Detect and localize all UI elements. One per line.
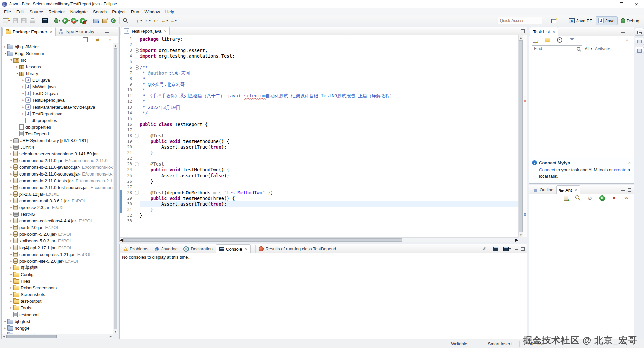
new-package-button[interactable]	[100, 17, 109, 25]
expand-arrow-icon[interactable]: ▸	[9, 159, 13, 162]
console-tab-declaration[interactable]: Declaration	[180, 245, 216, 253]
expand-arrow-icon[interactable]: ▸	[9, 212, 13, 216]
tree-item[interactable]: ▸commons-io-2.11.0-test-sources.jar - E:…	[2, 184, 113, 191]
menu-run[interactable]: Run	[128, 8, 142, 15]
tab-type-hierarchy[interactable]: Type Hierarchy	[56, 27, 97, 36]
expand-arrow-icon[interactable]: ▸	[3, 320, 7, 323]
menu-file[interactable]: File	[1, 8, 14, 15]
last-edit-location-button[interactable]	[151, 17, 160, 25]
code-line[interactable]: 33	[120, 218, 518, 224]
scroll-up-icon[interactable]: ▲	[520, 35, 522, 40]
package-explorer-vertical-scrollbar[interactable]: ▲ ▼	[113, 43, 118, 334]
tree-item[interactable]: ▸bjhg_JMeter	[2, 43, 113, 50]
scrollbar-thumb[interactable]	[114, 48, 117, 329]
tree-item[interactable]: db.properties	[2, 117, 113, 124]
tab-outline[interactable]: Outline	[530, 186, 556, 194]
fold-marker-icon[interactable]: −	[135, 65, 139, 70]
fold-marker-icon[interactable]: −	[135, 191, 139, 195]
next-annotation-button[interactable]: ▾	[134, 17, 143, 25]
expand-arrow-icon[interactable]: ▸	[9, 286, 13, 289]
code-line[interactable]: 10 *	[120, 87, 518, 93]
close-tab-icon[interactable]: ×	[575, 188, 577, 193]
console-tab-results-of-running-class-testdepend[interactable]: Results of running class TestDepend	[255, 245, 339, 253]
code-line[interactable]: 31 }	[120, 207, 518, 213]
spelling-marker[interactable]	[524, 100, 526, 102]
maximize-view-icon[interactable]	[628, 30, 631, 33]
scrollbar-thumb[interactable]	[6, 335, 57, 338]
tree-item[interactable]: ▸MyWait.java	[2, 83, 113, 90]
menu-source[interactable]: Source	[26, 8, 46, 15]
quick-access-input[interactable]	[498, 17, 542, 24]
tree-item[interactable]: ▸opencsv-2.3.jar - E:\JXL	[2, 204, 113, 211]
open-terminal-button[interactable]	[41, 17, 49, 25]
minimized-view-button-2[interactable]	[635, 47, 644, 54]
code-line[interactable]: 7 * @author 北京-宏哥	[120, 70, 518, 76]
minimize-view-icon[interactable]	[105, 30, 109, 33]
print-button[interactable]	[28, 17, 37, 25]
tree-item[interactable]: ▸TestDDT.java	[2, 90, 113, 97]
code-line[interactable]: 21 }	[120, 150, 518, 156]
perspective-java[interactable]: Java	[596, 16, 617, 25]
minimize-window-button[interactable]	[599, 0, 614, 8]
editor-tab-testreport[interactable]: TestReport.java ×	[121, 27, 170, 35]
scroll-left-icon[interactable]: ◀	[2, 334, 6, 339]
tree-item[interactable]: ▸JUnit 4	[2, 144, 113, 150]
tree-item[interactable]: ▸Files	[2, 278, 113, 284]
tree-item[interactable]: ▸bjhgtest	[2, 318, 113, 325]
new-button[interactable]: ▾	[2, 17, 11, 25]
search-button[interactable]	[121, 17, 130, 25]
collapse-all-button[interactable]	[81, 36, 90, 44]
tree-item[interactable]: ▸commons-math3-3.6.1.jar - E:\POI	[2, 197, 113, 204]
code-line[interactable]: 30 Assert.assertTrue(true);	[120, 201, 518, 207]
scroll-down-icon[interactable]: ▼	[520, 233, 522, 237]
menu-project[interactable]: Project	[109, 8, 128, 15]
new-java-project-button[interactable]	[92, 17, 100, 25]
tree-item[interactable]: ▸poi-ooxml-lite-5.2.0.jar - E:\POI	[2, 258, 113, 264]
scrollbar-thumb[interactable]	[519, 40, 523, 232]
tree-item[interactable]: ▸屏幕截图	[2, 264, 113, 271]
tree-item[interactable]: ▸commons-compress-1.21.jar - E:\POI	[2, 251, 113, 258]
hide-internal-targets-button[interactable]	[586, 194, 594, 202]
tree-item[interactable]: ▸hongge	[2, 325, 113, 331]
run-target-button[interactable]	[598, 194, 606, 202]
tree-item[interactable]: ▸TestParameterDataProvider.java	[2, 103, 113, 110]
minimized-view-button-1[interactable]	[635, 38, 644, 45]
fold-marker-icon[interactable]: −	[135, 162, 139, 166]
expand-arrow-icon[interactable]: ▸	[9, 279, 13, 283]
menu-help[interactable]: Help	[163, 8, 177, 15]
code-line[interactable]: 1package library;	[120, 36, 518, 42]
tree-item[interactable]: db.properties	[2, 124, 113, 130]
maximize-window-button[interactable]	[614, 0, 629, 8]
package-explorer-horizontal-scrollbar[interactable]: ◀ ▶	[2, 334, 113, 339]
connect-link[interactable]: Connect	[539, 167, 555, 172]
expand-arrow-icon[interactable]: ▸	[9, 145, 13, 149]
save-button[interactable]	[11, 17, 19, 25]
tree-item[interactable]: ▸Tools	[2, 304, 113, 311]
expand-arrow-icon[interactable]: ▸	[9, 232, 13, 236]
expand-arrow-icon[interactable]: ▸	[9, 253, 13, 256]
expand-arrow-icon[interactable]: ▸	[9, 246, 13, 249]
tree-item[interactable]: ▸xmlbeans-5.0.3.jar - E:\POI	[2, 237, 113, 244]
view-menu-button[interactable]	[623, 36, 631, 44]
close-tab-icon[interactable]: ×	[164, 29, 167, 34]
minimize-view-icon[interactable]	[621, 188, 625, 191]
fold-marker-icon[interactable]: −	[135, 48, 139, 53]
expand-arrow-icon[interactable]: ▸	[21, 78, 25, 82]
tree-item[interactable]: ▸RobotScreenshots	[2, 284, 113, 291]
view-menu-button[interactable]	[106, 36, 114, 44]
tree-item[interactable]: ▸jxl-2.6.12.jar - E:\JXL	[2, 191, 113, 197]
editor-horizontal-scrollbar[interactable]: ◀ ▶	[120, 237, 518, 242]
close-tab-icon[interactable]: ×	[553, 29, 555, 34]
expand-arrow-icon[interactable]: ▸	[9, 192, 13, 196]
tree-item[interactable]: ▸TestNG	[2, 211, 113, 217]
close-window-button[interactable]: ×	[629, 0, 644, 8]
expand-arrow-icon[interactable]: ▸	[9, 179, 13, 182]
expand-arrow-icon[interactable]: ▸	[9, 259, 13, 263]
save-all-button[interactable]	[19, 17, 28, 25]
categorized-button[interactable]	[543, 36, 552, 44]
search-buildfiles-button[interactable]	[574, 194, 582, 202]
code-line[interactable]: 9 * @公众号:北京宏哥	[120, 82, 518, 87]
tree-item[interactable]: TestDepend	[2, 130, 113, 137]
menu-navigate[interactable]: Navigate	[68, 8, 90, 15]
expand-arrow-icon[interactable]: ▸	[9, 306, 13, 309]
